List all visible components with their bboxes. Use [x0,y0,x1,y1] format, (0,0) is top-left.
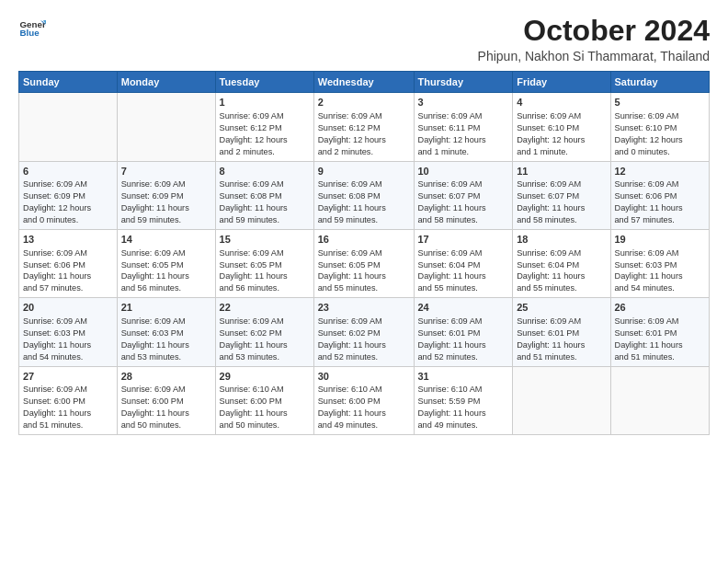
day-info: Sunrise: 6:09 AM Sunset: 6:06 PM Dayligh… [615,178,706,226]
day-info: Sunrise: 6:09 AM Sunset: 6:11 PM Dayligh… [418,110,509,158]
day-number: 3 [418,96,509,109]
day-info: Sunrise: 6:09 AM Sunset: 6:03 PM Dayligh… [615,247,706,295]
day-number: 1 [220,96,310,109]
day-number: 17 [418,233,509,247]
logo: General Blue [18,15,46,42]
day-info: Sunrise: 6:10 AM Sunset: 6:00 PM Dayligh… [318,384,410,431]
day-number: 27 [23,370,113,384]
col-tuesday: Tuesday [215,72,313,93]
table-row: 8Sunrise: 6:09 AM Sunset: 6:08 PM Daylig… [215,161,313,229]
table-row: 27Sunrise: 6:09 AM Sunset: 6:00 PM Dayli… [19,366,118,434]
table-row: 19Sunrise: 6:09 AM Sunset: 6:03 PM Dayli… [610,229,710,297]
table-row: 1Sunrise: 6:09 AM Sunset: 6:12 PM Daylig… [215,93,313,161]
table-row: 23Sunrise: 6:09 AM Sunset: 6:02 PM Dayli… [313,298,414,366]
table-row: 24Sunrise: 6:09 AM Sunset: 6:01 PM Dayli… [414,298,513,366]
col-friday: Friday [513,72,610,93]
table-row: 31Sunrise: 6:10 AM Sunset: 5:59 PM Dayli… [414,366,513,434]
header: General Blue October 2024 Phipun, Nakhon… [18,15,710,63]
day-number: 11 [517,165,606,178]
table-row [610,366,710,434]
day-info: Sunrise: 6:09 AM Sunset: 6:09 PM Dayligh… [23,178,113,226]
day-info: Sunrise: 6:09 AM Sunset: 6:10 PM Dayligh… [615,110,706,158]
day-info: Sunrise: 6:09 AM Sunset: 6:05 PM Dayligh… [318,247,410,295]
day-number: 23 [318,301,410,315]
table-row: 4Sunrise: 6:09 AM Sunset: 6:10 PM Daylig… [513,93,610,161]
table-row: 3Sunrise: 6:09 AM Sunset: 6:11 PM Daylig… [414,93,513,161]
table-row: 2Sunrise: 6:09 AM Sunset: 6:12 PM Daylig… [313,93,414,161]
table-row: 29Sunrise: 6:10 AM Sunset: 6:00 PM Dayli… [215,366,313,434]
table-row: 26Sunrise: 6:09 AM Sunset: 6:01 PM Dayli… [610,298,710,366]
table-row: 13Sunrise: 6:09 AM Sunset: 6:06 PM Dayli… [19,229,118,297]
day-number: 22 [220,301,310,315]
day-info: Sunrise: 6:09 AM Sunset: 6:03 PM Dayligh… [23,316,113,363]
day-number: 7 [121,165,211,178]
day-info: Sunrise: 6:09 AM Sunset: 6:01 PM Dayligh… [517,316,606,363]
calendar-header-row: Sunday Monday Tuesday Wednesday Thursday… [19,72,710,93]
day-info: Sunrise: 6:09 AM Sunset: 6:00 PM Dayligh… [23,384,113,431]
calendar-week-row: 27Sunrise: 6:09 AM Sunset: 6:00 PM Dayli… [19,366,710,434]
table-row: 5Sunrise: 6:09 AM Sunset: 6:10 PM Daylig… [610,93,710,161]
table-row: 17Sunrise: 6:09 AM Sunset: 6:04 PM Dayli… [414,229,513,297]
day-number: 10 [418,165,509,178]
day-number: 30 [318,370,410,384]
day-number: 13 [23,233,113,247]
day-number: 14 [121,233,211,247]
table-row: 10Sunrise: 6:09 AM Sunset: 6:07 PM Dayli… [414,161,513,229]
table-row: 14Sunrise: 6:09 AM Sunset: 6:05 PM Dayli… [117,229,215,297]
day-info: Sunrise: 6:10 AM Sunset: 6:00 PM Dayligh… [220,384,310,431]
month-title: October 2024 [478,15,710,47]
day-info: Sunrise: 6:09 AM Sunset: 6:10 PM Dayligh… [517,110,606,158]
col-sunday: Sunday [19,72,118,93]
day-number: 19 [615,233,706,247]
day-number: 20 [23,301,113,315]
day-number: 12 [615,165,706,178]
day-info: Sunrise: 6:09 AM Sunset: 6:00 PM Dayligh… [121,384,211,431]
calendar-table: Sunday Monday Tuesday Wednesday Thursday… [18,71,710,435]
day-number: 21 [121,301,211,315]
table-row: 25Sunrise: 6:09 AM Sunset: 6:01 PM Dayli… [513,298,610,366]
table-row: 28Sunrise: 6:09 AM Sunset: 6:00 PM Dayli… [117,366,215,434]
table-row: 21Sunrise: 6:09 AM Sunset: 6:03 PM Dayli… [117,298,215,366]
table-row: 9Sunrise: 6:09 AM Sunset: 6:08 PM Daylig… [313,161,414,229]
day-number: 4 [517,96,606,109]
calendar-week-row: 6Sunrise: 6:09 AM Sunset: 6:09 PM Daylig… [19,161,710,229]
svg-text:Blue: Blue [20,28,40,38]
day-info: Sunrise: 6:09 AM Sunset: 6:12 PM Dayligh… [318,110,410,158]
day-number: 26 [615,301,706,315]
title-area: October 2024 Phipun, Nakhon Si Thammarat… [478,15,710,63]
table-row: 12Sunrise: 6:09 AM Sunset: 6:06 PM Dayli… [610,161,710,229]
table-row: 22Sunrise: 6:09 AM Sunset: 6:02 PM Dayli… [215,298,313,366]
day-info: Sunrise: 6:09 AM Sunset: 6:06 PM Dayligh… [23,247,113,295]
day-info: Sunrise: 6:09 AM Sunset: 6:08 PM Dayligh… [220,178,310,226]
calendar-week-row: 20Sunrise: 6:09 AM Sunset: 6:03 PM Dayli… [19,298,710,366]
location-subtitle: Phipun, Nakhon Si Thammarat, Thailand [478,49,710,63]
day-info: Sunrise: 6:09 AM Sunset: 6:07 PM Dayligh… [418,178,509,226]
calendar-week-row: 1Sunrise: 6:09 AM Sunset: 6:12 PM Daylig… [19,93,710,161]
day-info: Sunrise: 6:09 AM Sunset: 6:07 PM Dayligh… [517,178,606,226]
day-number: 9 [318,165,410,178]
table-row: 7Sunrise: 6:09 AM Sunset: 6:09 PM Daylig… [117,161,215,229]
table-row: 20Sunrise: 6:09 AM Sunset: 6:03 PM Dayli… [19,298,118,366]
table-row: 18Sunrise: 6:09 AM Sunset: 6:04 PM Dayli… [513,229,610,297]
day-info: Sunrise: 6:09 AM Sunset: 6:08 PM Dayligh… [318,178,410,226]
col-thursday: Thursday [414,72,513,93]
day-number: 8 [220,165,310,178]
table-row [117,93,215,161]
table-row: 6Sunrise: 6:09 AM Sunset: 6:09 PM Daylig… [19,161,118,229]
day-number: 25 [517,301,606,315]
day-info: Sunrise: 6:09 AM Sunset: 6:04 PM Dayligh… [418,247,509,295]
day-info: Sunrise: 6:10 AM Sunset: 5:59 PM Dayligh… [418,384,509,431]
day-info: Sunrise: 6:09 AM Sunset: 6:02 PM Dayligh… [220,316,310,363]
day-info: Sunrise: 6:09 AM Sunset: 6:12 PM Dayligh… [220,110,310,158]
day-info: Sunrise: 6:09 AM Sunset: 6:04 PM Dayligh… [517,247,606,295]
day-number: 5 [615,96,706,109]
page: General Blue October 2024 Phipun, Nakhon… [0,0,728,563]
day-number: 24 [418,301,509,315]
col-monday: Monday [117,72,215,93]
table-row [513,366,610,434]
day-info: Sunrise: 6:09 AM Sunset: 6:05 PM Dayligh… [220,247,310,295]
col-saturday: Saturday [610,72,710,93]
calendar-week-row: 13Sunrise: 6:09 AM Sunset: 6:06 PM Dayli… [19,229,710,297]
day-info: Sunrise: 6:09 AM Sunset: 6:02 PM Dayligh… [318,316,410,363]
table-row: 30Sunrise: 6:10 AM Sunset: 6:00 PM Dayli… [313,366,414,434]
